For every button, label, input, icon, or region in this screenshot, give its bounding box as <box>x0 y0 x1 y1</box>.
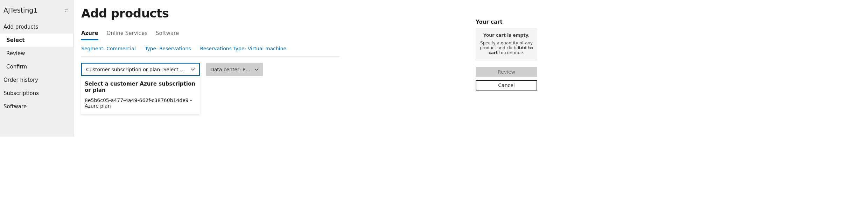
cart-empty-title: Your cart is empty. <box>479 32 533 38</box>
nav-subscriptions[interactable]: Subscriptions <box>0 87 73 100</box>
subscription-option[interactable]: 8e5b6c05-a477-4a49-662f-c38760b14de9 - A… <box>85 97 196 109</box>
cancel-button[interactable]: Cancel <box>476 80 537 90</box>
nav-select[interactable]: Select <box>0 34 73 47</box>
nav-label: Order history <box>4 77 38 83</box>
sidebar-header: AJTesting1 <box>0 6 73 20</box>
review-button[interactable]: Review <box>476 67 537 77</box>
tab-azure[interactable]: Azure <box>81 28 98 40</box>
main: Add products Azure Online Services Softw… <box>74 0 544 137</box>
tab-label: Online Services <box>107 30 147 36</box>
cart-panel: Your cart Your cart is empty. Specify a … <box>476 6 537 137</box>
combo-label: Customer subscription or plan: Select a … <box>86 67 187 72</box>
tab-online-services[interactable]: Online Services <box>107 28 147 40</box>
button-label: Cancel <box>498 82 514 88</box>
nav-confirm[interactable]: Confirm <box>0 60 73 73</box>
filter-label: Type: Reservations <box>145 46 191 51</box>
page-title: Add products <box>81 6 340 20</box>
nav-label: Add products <box>4 24 38 30</box>
nav-label: Subscriptions <box>4 90 39 96</box>
nav-add-products[interactable]: Add products <box>0 20 73 34</box>
menu-header: Select a customer Azure subscription or … <box>85 81 196 93</box>
cart-hint-text: to continue. <box>498 50 525 55</box>
spacer <box>340 6 469 137</box>
subscription-menu: Select a customer Azure subscription or … <box>81 76 200 114</box>
nav-label: Software <box>4 103 27 110</box>
datacenter-combo[interactable]: Data center: Please select <box>206 63 263 76</box>
switch-icon[interactable] <box>64 8 69 13</box>
filter-breadcrumb: Segment: Commercial Type: Reservations R… <box>81 43 340 57</box>
filter-reservations-type[interactable]: Reservations Type: Virtual machine <box>200 46 286 51</box>
nav-software[interactable]: Software <box>0 100 73 113</box>
combo-label: Data center: Please select <box>210 67 251 72</box>
chevron-down-icon <box>254 67 259 72</box>
cart-heading: Your cart <box>476 19 537 25</box>
filter-segment[interactable]: Segment: Commercial <box>81 46 136 51</box>
filter-type[interactable]: Type: Reservations <box>145 46 191 51</box>
option-label: 8e5b6c05-a477-4a49-662f-c38760b14de9 - A… <box>85 97 192 109</box>
sidebar: AJTesting1 Add products Select Review Co… <box>0 0 74 137</box>
selector-row: Customer subscription or plan: Select a … <box>81 63 340 76</box>
tab-label: Azure <box>81 30 98 36</box>
nav-label: Select <box>6 37 24 43</box>
content: Add products Azure Online Services Softw… <box>81 6 340 137</box>
filter-label: Reservations Type: Virtual machine <box>200 46 286 51</box>
nav-order-history[interactable]: Order history <box>0 73 73 87</box>
category-tabs: Azure Online Services Software <box>81 28 340 40</box>
nav-label: Confirm <box>6 64 27 70</box>
subscription-dropdown: Customer subscription or plan: Select a … <box>81 63 200 76</box>
tenant-name: AJTesting1 <box>4 6 38 14</box>
nav-label: Review <box>6 50 25 57</box>
filter-label: Segment: Commercial <box>81 46 136 51</box>
chevron-down-icon <box>191 67 195 72</box>
cart-empty-box: Your cart is empty. Specify a quantity o… <box>476 28 537 60</box>
subscription-combo[interactable]: Customer subscription or plan: Select a … <box>81 63 200 76</box>
cart-hint: Specify a quantity of any product and cl… <box>479 41 533 55</box>
tab-label: Software <box>156 30 179 36</box>
nav-review[interactable]: Review <box>0 47 73 60</box>
button-label: Review <box>498 69 515 75</box>
tab-software[interactable]: Software <box>156 28 179 40</box>
